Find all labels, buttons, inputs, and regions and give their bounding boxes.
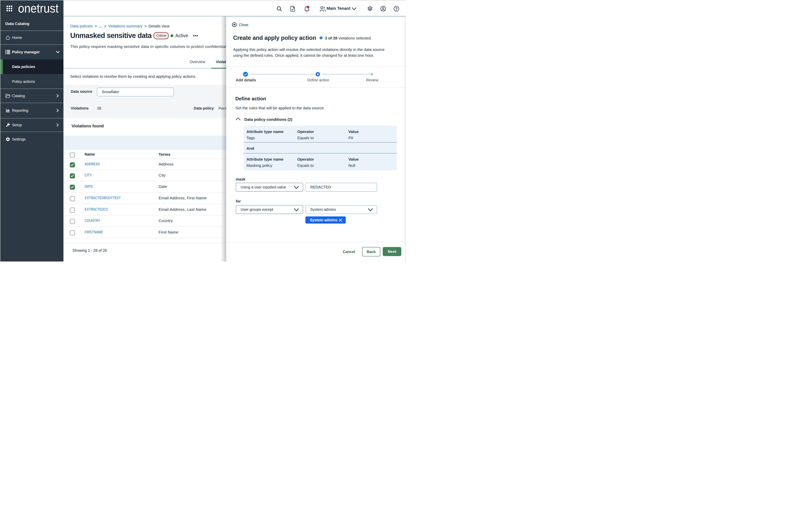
svg-text:onetrust: onetrust [18, 2, 59, 15]
